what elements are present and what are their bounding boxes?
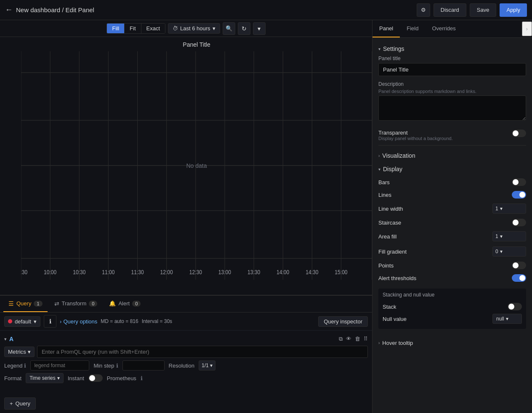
tab-transform[interactable]: ⇄ Transform 0 — [49, 296, 103, 312]
plus-icon: + — [10, 400, 13, 407]
add-query-button[interactable]: + Query — [4, 397, 36, 410]
line-width-select[interactable]: 1 ▾ — [492, 204, 526, 214]
format-select[interactable]: Time series ▾ — [26, 373, 64, 383]
alert-icon: 🔔 — [109, 300, 116, 307]
stack-toggle[interactable] — [508, 303, 522, 310]
time-range-button[interactable]: ⏱ Last 6 hours ▾ — [168, 23, 220, 34]
legend-label: Legend ℹ — [4, 363, 26, 369]
legend-minstep-row: Legend ℹ Min step ℹ Resolution 1/1 ▾ — [4, 360, 368, 371]
instant-toggle-knob — [89, 375, 95, 381]
null-value-select[interactable]: null ▾ — [492, 314, 522, 324]
back-button[interactable]: ← — [5, 5, 13, 14]
query-badge: 1 — [34, 301, 42, 307]
min-step-input[interactable] — [122, 360, 165, 371]
tab-overrides[interactable]: Overrides — [425, 20, 462, 37]
fill-gradient-label: Fill gradient — [378, 249, 492, 255]
tab-alert[interactable]: 🔔 Alert 0 — [104, 296, 146, 312]
right-panel-collapse[interactable]: › — [522, 21, 532, 36]
transform-badge: 0 — [89, 301, 97, 307]
query-options-button[interactable]: › Query options — [60, 318, 97, 325]
staircase-toggle-knob — [513, 220, 519, 225]
metrics-button[interactable]: Metrics ▾ — [4, 347, 35, 357]
datasource-select[interactable]: default ▾ — [4, 316, 40, 327]
save-button[interactable]: Save — [470, 3, 497, 17]
svg-text:12:00: 12:00 — [160, 269, 173, 276]
panel-title-input[interactable] — [378, 63, 526, 76]
svg-text:13:30: 13:30 — [247, 269, 260, 276]
lines-toggle-knob — [519, 192, 525, 198]
description-textarea[interactable] — [378, 95, 526, 121]
alert-tab-label: Alert — [118, 300, 130, 307]
more-time-options-button[interactable]: ▾ — [253, 22, 266, 35]
back-icon: ← — [5, 5, 13, 14]
settings-header[interactable]: ▾ Settings — [378, 42, 526, 56]
query-a-header: ▾ A ⧉ 👁 🗑 ⠿ — [4, 334, 368, 344]
display-header[interactable]: ▾ Display — [378, 162, 526, 176]
description-hint: Panel description supports markdown and … — [378, 89, 526, 94]
line-width-chevron: ▾ — [500, 206, 503, 212]
display-row-linewidth: Line width 1 ▾ — [378, 201, 526, 216]
svg-text:13:00: 13:00 — [218, 269, 231, 276]
promql-input[interactable] — [37, 346, 368, 358]
points-toggle[interactable] — [512, 262, 526, 269]
query-icon: ☰ — [8, 300, 14, 307]
copy-query-icon[interactable]: ⧉ — [339, 336, 343, 342]
lines-toggle[interactable] — [512, 191, 526, 199]
display-row-lines: Lines — [378, 188, 526, 201]
visualization-header[interactable]: › Visualization — [378, 149, 526, 162]
datasource-name: default — [15, 318, 31, 325]
collapse-chevron[interactable]: ▾ — [4, 336, 7, 342]
query-inspector-button[interactable]: Query inspector — [318, 316, 368, 327]
svg-text:10:00: 10:00 — [44, 269, 56, 276]
bars-toggle[interactable] — [512, 178, 526, 186]
toggle-visibility-icon[interactable]: 👁 — [346, 336, 351, 342]
remove-query-icon[interactable]: 🗑 — [355, 336, 360, 342]
svg-text:10:30: 10:30 — [73, 269, 85, 276]
legend-info-icon: ℹ — [24, 363, 26, 369]
fill-fit-exact-group: Fill Fit Exact — [106, 23, 165, 34]
alert-thresholds-toggle-knob — [519, 275, 525, 281]
apply-button[interactable]: Apply — [500, 3, 527, 17]
exemplars-info-icon: ℹ — [141, 375, 143, 381]
alert-thresholds-toggle[interactable] — [512, 274, 526, 282]
stacking-row-nullvalue: Null value null ▾ — [383, 312, 522, 326]
exact-button[interactable]: Exact — [141, 24, 165, 33]
transparent-toggle[interactable] — [512, 130, 526, 137]
svg-text:11:30: 11:30 — [131, 269, 144, 276]
fill-button[interactable]: Fill — [107, 24, 125, 33]
alert-badge: 0 — [132, 301, 141, 307]
tab-field[interactable]: Field — [400, 20, 425, 37]
chevron-right-icon: › — [60, 318, 61, 325]
right-panel-content: ▾ Settings Panel title Description Panel… — [372, 38, 532, 357]
format-label: Format — [4, 375, 21, 381]
tab-query[interactable]: ☰ Query 1 — [3, 296, 48, 312]
staircase-toggle[interactable] — [512, 219, 526, 226]
null-value-value: null — [496, 316, 504, 322]
visualization-section-title: Visualization — [382, 152, 415, 159]
page-title: New dashboard / Edit Panel — [16, 6, 413, 13]
refresh-button[interactable]: ↻ — [238, 22, 250, 35]
hover-header[interactable]: › Hover tooltip — [378, 336, 526, 349]
drag-handle-icon[interactable]: ⠿ — [364, 336, 368, 342]
fit-button[interactable]: Fit — [125, 24, 141, 33]
instant-label: Instant — [68, 375, 84, 381]
legend-input[interactable] — [30, 360, 89, 371]
stacking-row-stack: Stack — [383, 301, 522, 312]
settings-section-title: Settings — [383, 45, 404, 52]
query-options-interval: Interval = 30s — [142, 318, 172, 324]
transparent-hint: Display panel without a background. — [378, 136, 508, 141]
query-info-button[interactable]: ℹ — [44, 315, 56, 328]
points-toggle-knob — [513, 262, 519, 268]
display-chevron: ▾ — [378, 167, 380, 172]
resolution-select[interactable]: 1/1 ▾ — [199, 360, 215, 371]
lines-label: Lines — [378, 192, 512, 198]
format-chevron: ▾ — [57, 375, 60, 381]
fill-gradient-select[interactable]: 0 ▾ — [492, 246, 526, 257]
info-icon: ℹ — [49, 318, 51, 325]
settings-icon-button[interactable]: ⚙ — [417, 3, 430, 17]
tab-panel[interactable]: Panel — [372, 20, 400, 37]
area-fill-select[interactable]: 1 ▾ — [492, 231, 526, 241]
discard-button[interactable]: Discard — [434, 3, 466, 17]
instant-toggle[interactable] — [88, 374, 103, 382]
zoom-out-button[interactable]: 🔍 — [223, 22, 235, 35]
